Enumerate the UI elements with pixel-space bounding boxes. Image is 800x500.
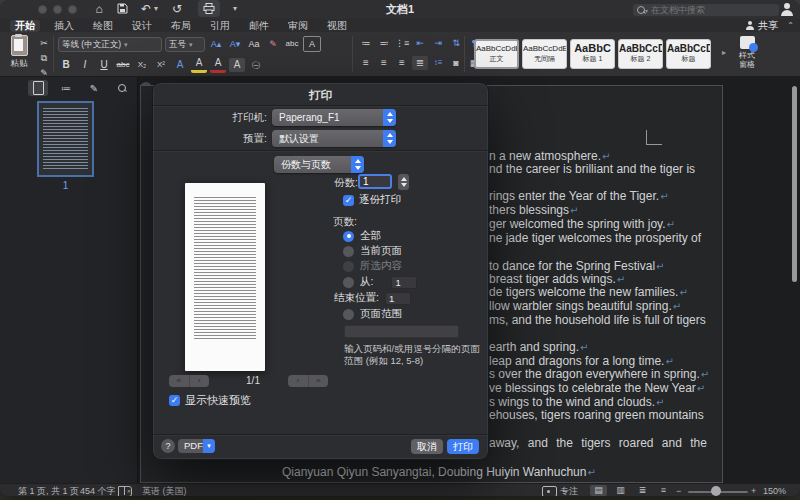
zoom-out-button[interactable]: − xyxy=(676,486,681,496)
account-avatar-icon[interactable] xyxy=(780,2,794,16)
font-color-icon[interactable]: A xyxy=(210,56,226,73)
align-center-icon[interactable]: ≡ xyxy=(376,56,392,70)
collapse-ribbon-icon[interactable]: ⌃ xyxy=(787,21,794,30)
highlight-color-icon[interactable]: A xyxy=(191,56,207,73)
tab-布局[interactable]: 布局 xyxy=(166,20,196,32)
cancel-button[interactable]: 取消 xyxy=(411,439,443,454)
language-status[interactable]: 英语 (美国) xyxy=(142,486,187,496)
tab-引用[interactable]: 引用 xyxy=(205,20,235,32)
font-name-combo[interactable]: 等线 (中文正文)▾ xyxy=(58,37,162,52)
increase-indent-icon[interactable]: ⇥ xyxy=(430,36,446,50)
pages-current-radio[interactable]: 当前页面 xyxy=(343,244,402,258)
tab-视图[interactable]: 视图 xyxy=(322,20,352,32)
line-spacing-icon[interactable]: ↕≡ xyxy=(430,56,446,70)
first-page-button[interactable]: « xyxy=(169,375,190,387)
style-pane-icon xyxy=(740,36,755,49)
tab-开始[interactable]: 开始 xyxy=(10,20,40,32)
underline-icon[interactable]: U xyxy=(96,58,112,72)
vertical-scrollbar[interactable] xyxy=(792,86,797,282)
page-range-input[interactable] xyxy=(344,325,459,338)
copies-input[interactable] xyxy=(358,174,392,189)
style-chip[interactable]: AaBbCcDdEe无间隔 xyxy=(522,39,567,69)
dialog-title: 打印 xyxy=(153,88,488,103)
tab-绘图[interactable]: 绘图 xyxy=(88,20,118,32)
end-page-input[interactable] xyxy=(385,292,411,305)
last-page-button[interactable]: » xyxy=(309,375,329,387)
pages-all-radio[interactable]: 全部 xyxy=(343,229,381,243)
print-layout-view-button[interactable]: ▤ xyxy=(590,485,607,496)
draft-view-button[interactable]: ≡ xyxy=(655,485,672,496)
share-button[interactable]: 共享 xyxy=(745,19,778,32)
character-border-icon[interactable]: A xyxy=(303,36,321,52)
shrink-font-icon[interactable]: A▾ xyxy=(227,37,243,51)
change-case-icon[interactable]: Aa xyxy=(246,37,262,51)
text-effects-icon[interactable]: A xyxy=(172,58,188,72)
paste-button[interactable]: 粘贴 xyxy=(6,35,32,70)
settings-section-dropdown[interactable]: 份数与页数 xyxy=(274,156,364,173)
multilevel-list-icon[interactable]: ⋮≡ xyxy=(394,36,410,50)
justify-icon[interactable]: ≣ xyxy=(412,56,428,70)
character-shading-icon[interactable]: A xyxy=(229,58,245,72)
next-page-button[interactable]: › xyxy=(288,375,309,387)
web-layout-view-button[interactable]: ▥ xyxy=(612,485,629,496)
print-button[interactable]: 打印 xyxy=(447,439,479,454)
copies-stepper[interactable] xyxy=(398,174,409,190)
proofing-status-icon[interactable] xyxy=(118,486,132,496)
pdf-menu-button[interactable]: PDF ▾ xyxy=(178,439,215,453)
sort-icon[interactable]: ⇅ xyxy=(448,36,464,50)
enclose-characters-icon[interactable]: ㊀ xyxy=(248,58,264,72)
tab-插入[interactable]: 插入 xyxy=(49,20,79,32)
from-page-input[interactable] xyxy=(391,276,417,289)
sidebar-thumbnails-tab[interactable] xyxy=(28,80,48,96)
style-pane-button[interactable]: 样式 窗格 xyxy=(730,36,764,69)
bold-icon[interactable]: B xyxy=(58,58,74,72)
style-chip[interactable]: AaBbCcDdEe正文 xyxy=(474,39,519,69)
numbering-icon[interactable]: ≕ xyxy=(376,36,392,50)
decrease-indent-icon[interactable]: ⇤ xyxy=(412,36,428,50)
sidebar-edits-tab[interactable]: ✎ xyxy=(84,80,104,96)
style-chip[interactable]: AaBbCcD标题 2 xyxy=(618,39,663,69)
shading-icon[interactable]: ◙ xyxy=(448,56,464,70)
style-chip[interactable]: AaBbCcD标题 xyxy=(666,39,711,69)
collate-checkbox[interactable]: ✓ 逐份打印 xyxy=(343,193,401,207)
superscript-icon[interactable]: X² xyxy=(153,58,169,72)
sidebar-outline-tab[interactable]: ≔ xyxy=(56,80,76,96)
subscript-icon[interactable]: X₂ xyxy=(134,58,150,72)
search-input[interactable] xyxy=(648,5,775,15)
previous-page-button[interactable]: ‹ xyxy=(190,375,210,387)
align-left-icon[interactable]: ≡ xyxy=(358,56,374,70)
zoom-level[interactable]: 150% xyxy=(763,486,786,496)
page-1-thumbnail[interactable] xyxy=(37,101,94,177)
strikethrough-icon[interactable]: abc xyxy=(115,58,131,72)
page-info[interactable]: 第 1 页, 共 1 页 xyxy=(18,486,79,496)
printer-dropdown[interactable]: Paperang_F1 xyxy=(272,109,396,126)
italic-icon[interactable]: I xyxy=(77,58,93,72)
tab-邮件[interactable]: 邮件 xyxy=(244,20,274,32)
pdf-caret-icon: ▾ xyxy=(203,439,215,453)
sidebar-search-tab[interactable] xyxy=(112,80,132,96)
presets-dropdown[interactable]: 默认设置 xyxy=(272,130,396,147)
grow-font-icon[interactable]: A▴ xyxy=(208,37,224,51)
tab-设计[interactable]: 设计 xyxy=(127,20,157,32)
tab-审阅[interactable]: 审阅 xyxy=(283,20,313,32)
zoom-in-button[interactable]: + xyxy=(751,486,756,496)
clear-formatting-icon[interactable]: ✎ xyxy=(265,37,281,51)
bullets-icon[interactable]: ≔ xyxy=(358,36,374,50)
align-right-icon[interactable]: ≡ xyxy=(394,56,410,70)
copy-icon[interactable]: ⧉ xyxy=(36,51,52,65)
cut-icon[interactable]: ✂ xyxy=(36,36,52,50)
range-hint-line2: 范围 (例如 12, 5-8) xyxy=(344,355,423,367)
style-chip[interactable]: AaBbC标题 1 xyxy=(570,39,615,69)
word-count[interactable]: 454 个字 xyxy=(80,486,116,496)
quick-preview-checkbox[interactable]: ✓ 显示快速预览 xyxy=(169,393,251,408)
search-field[interactable]: ▾ xyxy=(633,4,779,16)
zoom-slider-thumb[interactable] xyxy=(711,486,721,496)
phonetic-guide-icon[interactable]: abc xyxy=(284,37,300,51)
outline-view-button[interactable]: ≣ xyxy=(634,485,651,496)
print-preview-page xyxy=(185,183,265,371)
pages-from-radio[interactable]: 从: xyxy=(343,275,417,289)
font-size-combo[interactable]: 五号▾ xyxy=(165,37,205,52)
help-button[interactable]: ? xyxy=(161,439,175,453)
pages-range-radio[interactable]: 页面范围 xyxy=(343,307,402,321)
focus-mode-button[interactable]: 专注 xyxy=(560,486,578,496)
